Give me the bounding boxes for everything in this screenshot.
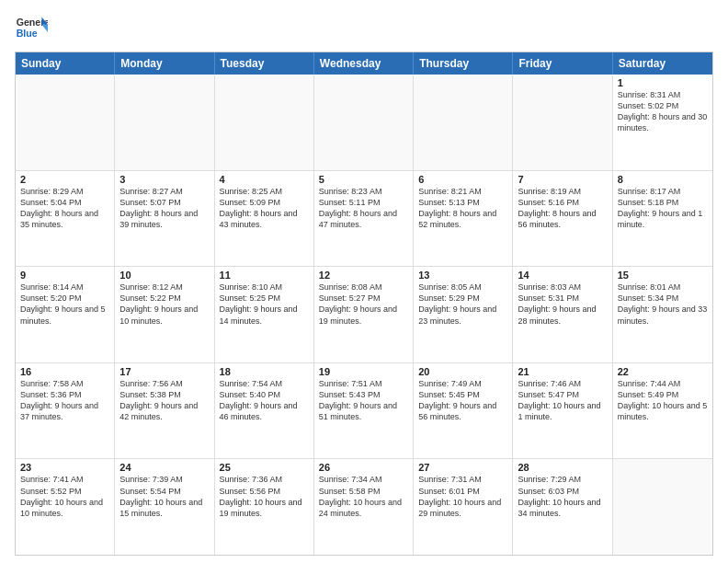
day-info: Sunrise: 8:31 AM Sunset: 5:02 PM Dayligh… (618, 89, 708, 134)
day-info: Sunrise: 7:54 AM Sunset: 5:40 PM Dayligh… (220, 378, 309, 423)
day-number: 26 (319, 462, 408, 473)
calendar-cell: 9Sunrise: 8:14 AM Sunset: 5:20 PM Daylig… (16, 267, 115, 362)
calendar-cell: 12Sunrise: 8:08 AM Sunset: 5:27 PM Dayli… (314, 267, 414, 362)
calendar-header-cell: Wednesday (314, 52, 414, 75)
day-number: 27 (418, 462, 507, 473)
calendar-week: 1Sunrise: 8:31 AM Sunset: 5:02 PM Daylig… (16, 75, 712, 170)
day-number: 25 (220, 462, 309, 473)
calendar-cell: 22Sunrise: 7:44 AM Sunset: 5:49 PM Dayli… (613, 363, 712, 459)
day-number: 14 (518, 270, 607, 281)
day-info: Sunrise: 8:05 AM Sunset: 5:29 PM Dayligh… (418, 282, 507, 327)
day-number: 7 (518, 174, 607, 185)
calendar-cell (414, 75, 513, 170)
calendar-cell: 13Sunrise: 8:05 AM Sunset: 5:29 PM Dayli… (414, 267, 513, 362)
calendar-week: 2Sunrise: 8:29 AM Sunset: 5:04 PM Daylig… (16, 170, 712, 267)
calendar-cell: 6Sunrise: 8:21 AM Sunset: 5:13 PM Daylig… (414, 171, 513, 267)
day-info: Sunrise: 7:58 AM Sunset: 5:36 PM Dayligh… (20, 378, 109, 423)
calendar-cell: 21Sunrise: 7:46 AM Sunset: 5:47 PM Dayli… (513, 363, 612, 459)
day-number: 20 (418, 366, 507, 377)
calendar-cell (314, 75, 414, 170)
day-info: Sunrise: 8:03 AM Sunset: 5:31 PM Dayligh… (518, 282, 607, 327)
day-info: Sunrise: 7:29 AM Sunset: 6:03 PM Dayligh… (518, 474, 607, 519)
calendar-cell: 17Sunrise: 7:56 AM Sunset: 5:38 PM Dayli… (115, 363, 214, 459)
logo-icon: General Blue (15, 11, 48, 44)
calendar-cell: 26Sunrise: 7:34 AM Sunset: 5:58 PM Dayli… (314, 459, 414, 555)
calendar-cell: 20Sunrise: 7:49 AM Sunset: 5:45 PM Dayli… (414, 363, 513, 459)
calendar-cell (16, 75, 115, 170)
day-number: 5 (319, 174, 408, 185)
calendar-cell: 16Sunrise: 7:58 AM Sunset: 5:36 PM Dayli… (16, 363, 115, 459)
calendar-week: 9Sunrise: 8:14 AM Sunset: 5:20 PM Daylig… (16, 266, 712, 362)
day-info: Sunrise: 7:34 AM Sunset: 5:58 PM Dayligh… (319, 474, 408, 519)
day-info: Sunrise: 8:01 AM Sunset: 5:34 PM Dayligh… (618, 282, 708, 327)
header: General Blue (15, 11, 713, 44)
day-info: Sunrise: 7:49 AM Sunset: 5:45 PM Dayligh… (418, 378, 507, 423)
day-number: 1 (618, 77, 708, 88)
day-number: 3 (119, 174, 209, 185)
day-number: 6 (418, 174, 507, 185)
day-number: 22 (618, 366, 708, 377)
calendar-cell: 11Sunrise: 8:10 AM Sunset: 5:25 PM Dayli… (215, 267, 314, 362)
day-info: Sunrise: 7:46 AM Sunset: 5:47 PM Dayligh… (518, 378, 607, 423)
calendar-cell: 18Sunrise: 7:54 AM Sunset: 5:40 PM Dayli… (215, 363, 314, 459)
day-info: Sunrise: 8:25 AM Sunset: 5:09 PM Dayligh… (220, 186, 309, 231)
calendar-week: 16Sunrise: 7:58 AM Sunset: 5:36 PM Dayli… (16, 362, 712, 459)
calendar-cell: 1Sunrise: 8:31 AM Sunset: 5:02 PM Daylig… (613, 75, 712, 170)
calendar-cell (513, 75, 612, 170)
page: General Blue SundayMondayTuesdayWednesda… (0, 0, 728, 563)
calendar-cell: 23Sunrise: 7:41 AM Sunset: 5:52 PM Dayli… (16, 459, 115, 555)
calendar-cell: 15Sunrise: 8:01 AM Sunset: 5:34 PM Dayli… (613, 267, 712, 362)
calendar-cell (215, 75, 314, 170)
calendar-cell: 25Sunrise: 7:36 AM Sunset: 5:56 PM Dayli… (215, 459, 314, 555)
calendar-header-cell: Thursday (414, 52, 513, 75)
day-info: Sunrise: 8:10 AM Sunset: 5:25 PM Dayligh… (220, 282, 309, 327)
calendar-cell: 5Sunrise: 8:23 AM Sunset: 5:11 PM Daylig… (314, 171, 414, 267)
calendar-cell: 28Sunrise: 7:29 AM Sunset: 6:03 PM Dayli… (513, 459, 612, 555)
svg-text:Blue: Blue (17, 28, 38, 39)
day-info: Sunrise: 7:56 AM Sunset: 5:38 PM Dayligh… (119, 378, 209, 423)
calendar-cell: 14Sunrise: 8:03 AM Sunset: 5:31 PM Dayli… (513, 267, 612, 362)
calendar-cell: 10Sunrise: 8:12 AM Sunset: 5:22 PM Dayli… (115, 267, 214, 362)
day-number: 4 (220, 174, 309, 185)
calendar-header-cell: Tuesday (215, 52, 314, 75)
calendar-header-cell: Sunday (16, 52, 115, 75)
day-number: 19 (319, 366, 408, 377)
day-number: 12 (319, 270, 408, 281)
day-info: Sunrise: 8:17 AM Sunset: 5:18 PM Dayligh… (618, 186, 708, 231)
calendar-cell: 3Sunrise: 8:27 AM Sunset: 5:07 PM Daylig… (115, 171, 214, 267)
calendar-cell: 24Sunrise: 7:39 AM Sunset: 5:54 PM Dayli… (115, 459, 214, 555)
day-info: Sunrise: 8:27 AM Sunset: 5:07 PM Dayligh… (119, 186, 209, 231)
calendar-cell: 7Sunrise: 8:19 AM Sunset: 5:16 PM Daylig… (513, 171, 612, 267)
calendar-cell: 4Sunrise: 8:25 AM Sunset: 5:09 PM Daylig… (215, 171, 314, 267)
day-info: Sunrise: 7:41 AM Sunset: 5:52 PM Dayligh… (20, 474, 109, 519)
calendar-cell: 8Sunrise: 8:17 AM Sunset: 5:18 PM Daylig… (613, 171, 712, 267)
day-info: Sunrise: 7:39 AM Sunset: 5:54 PM Dayligh… (119, 474, 209, 519)
day-info: Sunrise: 8:14 AM Sunset: 5:20 PM Dayligh… (20, 282, 109, 327)
calendar-body: 1Sunrise: 8:31 AM Sunset: 5:02 PM Daylig… (16, 75, 712, 555)
calendar-header-cell: Saturday (613, 52, 712, 75)
calendar-cell: 27Sunrise: 7:31 AM Sunset: 6:01 PM Dayli… (414, 459, 513, 555)
day-info: Sunrise: 7:31 AM Sunset: 6:01 PM Dayligh… (418, 474, 507, 519)
calendar: SundayMondayTuesdayWednesdayThursdayFrid… (15, 52, 713, 556)
day-number: 9 (20, 270, 109, 281)
calendar-cell (613, 459, 712, 555)
day-info: Sunrise: 8:12 AM Sunset: 5:22 PM Dayligh… (119, 282, 209, 327)
calendar-cell (115, 75, 214, 170)
day-info: Sunrise: 8:21 AM Sunset: 5:13 PM Dayligh… (418, 186, 507, 231)
day-number: 21 (518, 366, 607, 377)
day-number: 17 (119, 366, 209, 377)
day-number: 11 (220, 270, 309, 281)
day-number: 18 (220, 366, 309, 377)
day-info: Sunrise: 8:29 AM Sunset: 5:04 PM Dayligh… (20, 186, 109, 231)
day-number: 13 (418, 270, 507, 281)
calendar-header-cell: Monday (115, 52, 214, 75)
day-info: Sunrise: 7:51 AM Sunset: 5:43 PM Dayligh… (319, 378, 408, 423)
day-number: 15 (618, 270, 708, 281)
day-number: 16 (20, 366, 109, 377)
day-info: Sunrise: 8:23 AM Sunset: 5:11 PM Dayligh… (319, 186, 408, 231)
day-number: 10 (119, 270, 209, 281)
day-info: Sunrise: 8:19 AM Sunset: 5:16 PM Dayligh… (518, 186, 607, 231)
day-number: 28 (518, 462, 607, 473)
day-info: Sunrise: 7:36 AM Sunset: 5:56 PM Dayligh… (220, 474, 309, 519)
day-info: Sunrise: 7:44 AM Sunset: 5:49 PM Dayligh… (618, 378, 708, 423)
